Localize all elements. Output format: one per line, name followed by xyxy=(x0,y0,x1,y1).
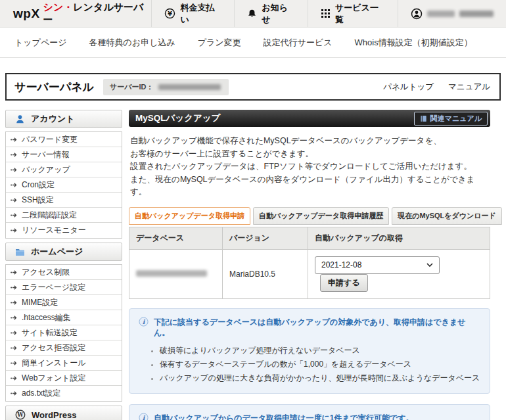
sidebar-item-error-page[interactable]: エラーページ設定 xyxy=(6,280,122,295)
sidebar-homepage-list: アクセス制限 エラーページ設定 MIME設定 .htaccess編集 サイト転送… xyxy=(5,264,122,402)
sidebar-item-label: ads.txt設定 xyxy=(22,388,60,399)
sidebar-item-easy-install[interactable]: 簡単インストール xyxy=(6,356,122,371)
info-icon: i xyxy=(139,413,149,420)
sidebar-item-backup[interactable]: バックアップ xyxy=(6,162,122,177)
grid-icon xyxy=(321,9,331,18)
sidebar-item-ads-txt[interactable]: ads.txt設定 xyxy=(6,386,122,401)
folder-icon xyxy=(15,248,25,256)
sidebar-item-webfont[interactable]: Webフォント設定 xyxy=(6,371,122,386)
sidebar-account-list: パスワード変更 サーバー情報 バックアップ Cron設定 SSH設定 二段階認証… xyxy=(5,131,122,239)
payment-button[interactable]: ¥ 料金支払い xyxy=(151,0,234,27)
arrow-icon xyxy=(11,167,18,173)
yen-circle-icon: ¥ xyxy=(164,8,175,19)
arrow-icon xyxy=(11,345,18,351)
redacted-username-2 xyxy=(459,11,494,17)
services-label: サービス一覧 xyxy=(335,2,385,26)
sidebar-item-label: Webフォント設定 xyxy=(22,373,86,384)
tab-download-current-mysql[interactable]: 現在のMySQLをダウンロード xyxy=(392,207,502,225)
cell-version: MariaDB10.5 xyxy=(223,249,308,298)
arrow-icon xyxy=(11,269,18,275)
sidebar-item-label: リソースモニター xyxy=(22,225,86,236)
panel-links: パネルトップ マニュアル xyxy=(383,82,490,93)
info-heading: 下記に該当するデータベースは自動バックアップの対象外であり、取得申請はできません… xyxy=(154,317,480,338)
chevron-down-icon xyxy=(426,263,433,267)
main-panel: MySQLバックアップ 関連マニュアル 自動バックアップ機能で保存されたMySQ… xyxy=(129,110,490,420)
sidebar-item-resource-monitor[interactable]: リソースモニター xyxy=(6,223,122,238)
sidebar-item-label: バックアップ xyxy=(22,164,70,175)
news-button[interactable]: お知らせ xyxy=(234,0,308,27)
header-actions: ¥ 料金支払い お知らせ サービス一覧 xyxy=(151,0,506,27)
sidebar-section-homepage: ホームページ xyxy=(5,243,122,261)
description-line: 設置されたバックアップデータは、FTPソフト等でダウンロードしてご活用いただけま… xyxy=(130,160,489,174)
table-header-row: データベース バージョン 自動バックアップの取得 xyxy=(129,227,490,249)
sidebar: アカウント パスワード変更 サーバー情報 バックアップ Cron設定 SSH設定… xyxy=(5,110,122,420)
sidebar-item-site-redirect[interactable]: サイト転送設定 xyxy=(6,325,122,340)
apply-button[interactable]: 申請する xyxy=(320,274,368,292)
svg-text:W: W xyxy=(16,411,24,418)
tab-auto-backup-request[interactable]: 自動バックアップデータ取得申請 xyxy=(129,207,250,225)
nav-plan-change[interactable]: プラン変更 xyxy=(198,37,241,49)
sidebar-item-label: サイト転送設定 xyxy=(22,327,78,338)
sidebar-item-mime[interactable]: MIME設定 xyxy=(6,295,122,310)
redacted-username xyxy=(427,11,455,17)
nav-top-page[interactable]: トップページ xyxy=(14,37,67,49)
info-box-single-request: i 自動バックアップからのデータ取得申請は一度に1件まで実行可能です。 自動バッ… xyxy=(129,404,490,420)
arrow-icon xyxy=(11,330,18,336)
cell-backup-acquire: 2021-12-08 申請する xyxy=(308,249,490,298)
redacted-server-id xyxy=(158,84,221,90)
book-icon xyxy=(420,115,427,122)
info-bullet-list: 破損等によりバックアップ処理が行えないデータベース 保有するデータベーステーブル… xyxy=(139,344,480,385)
account-menu[interactable] xyxy=(398,0,506,27)
server-id-label: サーバーID： xyxy=(110,82,154,92)
arrow-icon xyxy=(11,375,18,381)
info-heading-row: i 下記に該当するデータベースは自動バックアップの対象外であり、取得申請はできま… xyxy=(139,317,480,338)
arrow-icon xyxy=(11,360,18,366)
manual-link[interactable]: マニュアル xyxy=(448,82,490,93)
panel-top-link[interactable]: パネルトップ xyxy=(383,82,434,93)
bell-icon xyxy=(247,9,257,19)
logo-wpx: wpX xyxy=(13,7,40,21)
tab-request-history[interactable]: 自動バックアップデータ取得申請履歴 xyxy=(253,207,389,225)
info-heading-row: i 自動バックアップからのデータ取得申請は一度に1件まで実行可能です。 xyxy=(139,413,480,420)
sidebar-item-password-change[interactable]: パスワード変更 xyxy=(6,132,122,147)
services-button[interactable]: サービス一覧 xyxy=(308,0,398,27)
description-line: 自動バックアップ機能で保存されたMySQLデータベースのバックアップデータを、 xyxy=(130,135,489,148)
sidebar-item-label: Cron設定 xyxy=(22,179,55,191)
content-area: アカウント パスワード変更 サーバー情報 バックアップ Cron設定 SSH設定… xyxy=(5,110,501,420)
database-table: データベース バージョン 自動バックアップの取得 MariaDB10.5 202… xyxy=(129,227,490,299)
info-bullet: バックアップの処理に大きな負荷がかかったり、処理が長時間に及ぶようなデータベース xyxy=(160,371,480,385)
sub-navigation: トップページ 各種特典のお申し込み プラン変更 設定代行サービス Whois情報… xyxy=(0,28,506,58)
description-line: お客様のサーバー上に設置することができます。 xyxy=(130,148,489,161)
sidebar-item-access-deny[interactable]: アクセス拒否設定 xyxy=(6,340,122,356)
nav-benefits[interactable]: 各種特典のお申し込み xyxy=(89,37,175,49)
info-box-exclusions: i 下記に該当するデータベースは自動バックアップの対象外であり、取得申請はできま… xyxy=(129,308,490,394)
arrow-icon xyxy=(11,300,18,306)
description-line: また、現在のMySQLデータベースの内容をダウンロード（ファイル出力）することが… xyxy=(130,174,489,199)
backup-date-select[interactable]: 2021-12-08 xyxy=(315,256,440,274)
arrow-icon xyxy=(11,390,18,396)
info-bullet: 破損等によりバックアップ処理が行えないデータベース xyxy=(160,344,480,358)
col-auto-backup: 自動バックアップの取得 xyxy=(308,227,490,249)
sidebar-section-account: アカウント xyxy=(5,110,122,128)
arrow-icon xyxy=(11,197,18,203)
sidebar-item-ssh[interactable]: SSH設定 xyxy=(6,193,122,208)
logo-brand: シン・レンタルサーバー xyxy=(43,1,152,26)
sidebar-item-access-restriction[interactable]: アクセス制限 xyxy=(6,265,122,280)
sidebar-section-title: ホームページ xyxy=(31,246,83,258)
nav-agency-service[interactable]: 設定代行サービス xyxy=(264,37,333,49)
sidebar-section-title: WordPress xyxy=(32,410,76,420)
sidebar-item-label: 簡単インストール xyxy=(22,358,85,369)
sidebar-item-cron[interactable]: Cron設定 xyxy=(6,177,122,193)
arrow-icon xyxy=(11,285,18,291)
sidebar-item-label: アクセス制限 xyxy=(22,267,70,278)
sidebar-item-two-factor[interactable]: 二段階認証設定 xyxy=(6,208,122,223)
related-manual-button[interactable]: 関連マニュアル xyxy=(414,112,488,126)
sidebar-item-htaccess[interactable]: .htaccess編集 xyxy=(6,310,122,325)
page-title: MySQLバックアップ xyxy=(135,112,220,124)
nav-whois[interactable]: Whois情報設定（初期値設定） xyxy=(355,37,472,49)
brand-logo[interactable]: wpX シン・レンタルサーバー xyxy=(0,0,151,27)
sidebar-item-label: サーバー情報 xyxy=(22,149,70,160)
sidebar-item-label: エラーページ設定 xyxy=(22,282,85,293)
related-manual-label: 関連マニュアル xyxy=(430,114,482,124)
sidebar-item-server-info[interactable]: サーバー情報 xyxy=(6,147,122,162)
